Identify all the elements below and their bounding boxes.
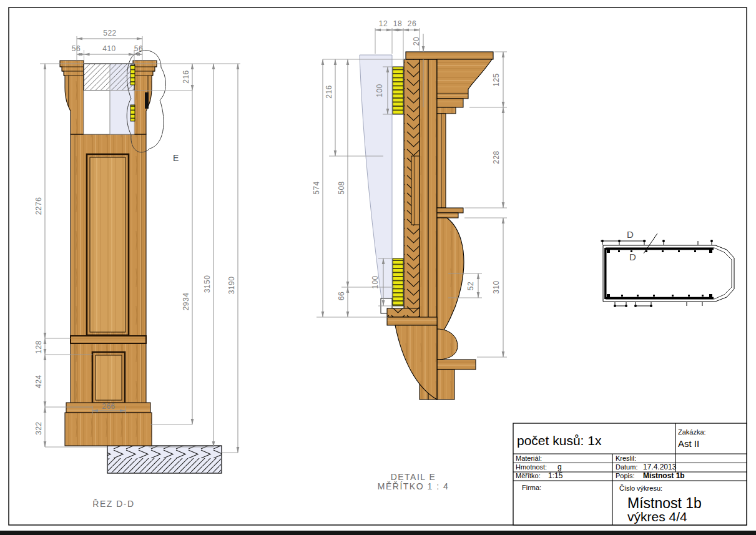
dim-2276: 2276: [34, 197, 43, 215]
room-outline-outer: [603, 245, 734, 302]
weight-value: g: [557, 463, 562, 471]
upper-panel: [90, 157, 125, 332]
dim-66: 66: [337, 292, 346, 300]
company-label: Firma:: [522, 484, 541, 491]
dim-322: 322: [34, 421, 43, 435]
dim-410: 410: [102, 44, 116, 53]
date-label: Datum:: [616, 463, 637, 471]
bottom-band: [0, 531, 756, 535]
drawing-canvas: E 522 56 410 56 2276 128 424 322 266 216…: [0, 0, 756, 535]
dim-2934: 2934: [182, 293, 190, 311]
dim-128: 128: [34, 340, 43, 354]
drawn-by-label: Kreslil:: [616, 454, 636, 462]
dim-52: 52: [466, 282, 475, 290]
dim-18: 18: [393, 19, 402, 28]
dim-3190: 3190: [227, 277, 236, 295]
piece-count: počet kusů: 1x: [517, 433, 602, 448]
material-label: Materiál:: [516, 454, 542, 462]
dim-216-detail: 216: [325, 85, 333, 99]
batten-top: [393, 67, 403, 114]
dim-56-right: 56: [134, 44, 143, 53]
lower-panel: [96, 355, 122, 400]
dim-228: 228: [492, 150, 501, 164]
scale-label: Měřítko:: [516, 472, 541, 479]
order-label: Zakázka:: [678, 428, 706, 436]
detail-e-title: DETAIL E: [391, 472, 436, 482]
dim-100-top: 100: [375, 84, 384, 97]
fixing-strip-bottom: [130, 105, 135, 121]
hardware-block: [145, 92, 149, 109]
section-label-d-bottom: D: [629, 252, 636, 262]
dim-574: 574: [312, 181, 321, 195]
section-label-d-top: D: [627, 229, 634, 240]
drawing-number-label: Číslo výkresu:: [619, 484, 662, 492]
order-value: Ast II: [678, 438, 699, 449]
dim-266: 266: [102, 402, 115, 411]
detail-e-marker: E: [173, 153, 179, 163]
plinth: [65, 413, 152, 446]
dim-3150: 3150: [203, 275, 212, 293]
description-value: Místnost 1b: [643, 471, 685, 480]
dim-508: 508: [337, 181, 346, 195]
drawing-sheet: E 522 56 410 56 2276 128 424 322 266 216…: [0, 0, 756, 535]
dim-100-bottom: 100: [371, 275, 380, 289]
middle-rail: [71, 336, 146, 343]
dim-522: 522: [103, 29, 117, 37]
dim-26: 26: [408, 19, 416, 28]
description-label: Popis:: [616, 472, 635, 479]
panel-molding-strip: [411, 156, 420, 225]
detail-e-scale: MĚŘÍTKO 1 : 4: [378, 481, 449, 491]
wall-section: [84, 64, 134, 134]
date-value: 17.4.2013: [643, 463, 677, 471]
dim-125: 125: [492, 73, 501, 87]
batten-bottom: [393, 258, 403, 306]
dim-56-left: 56: [72, 44, 81, 53]
dim-216: 216: [182, 70, 190, 84]
title-block: počet kusů: 1x Zakázka: Ast II Materiál:…: [513, 423, 747, 525]
dim-310: 310: [492, 280, 501, 294]
weight-label: Hmotnost:: [516, 463, 547, 471]
dim-424: 424: [34, 375, 43, 388]
drawing-number-line2: výkres 4/4: [627, 509, 687, 524]
fixing-strip-top: [130, 65, 135, 85]
rez-dd-title: ŘEZ D-D: [92, 499, 134, 509]
scale-value: 1:15: [548, 471, 563, 480]
dim-20: 20: [412, 37, 421, 46]
floor-section: [107, 446, 222, 473]
dim-12: 12: [379, 19, 388, 28]
